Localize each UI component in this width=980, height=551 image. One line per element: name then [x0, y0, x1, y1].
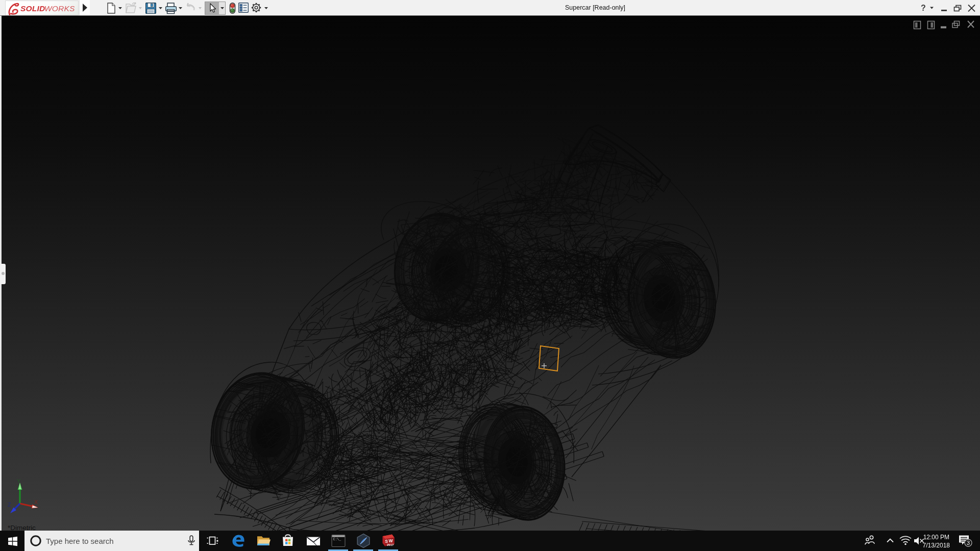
svg-text:SOLID: SOLID [20, 4, 45, 13]
svg-text:WORKS: WORKS [44, 4, 75, 13]
svg-text:12:00 PM: 12:00 PM [923, 534, 949, 541]
svg-text:W: W [389, 538, 394, 543]
svg-text:7/13/2018: 7/13/2018 [923, 542, 950, 549]
svg-text:Z: Z [8, 502, 11, 508]
svg-text:X: X [34, 499, 38, 505]
svg-text:Y: Y [17, 478, 21, 484]
svg-text:3: 3 [967, 540, 970, 546]
svg-text:2017: 2017 [387, 543, 394, 546]
svg-text:?: ? [921, 4, 926, 12]
svg-text:C:\_: C:\_ [333, 538, 341, 541]
